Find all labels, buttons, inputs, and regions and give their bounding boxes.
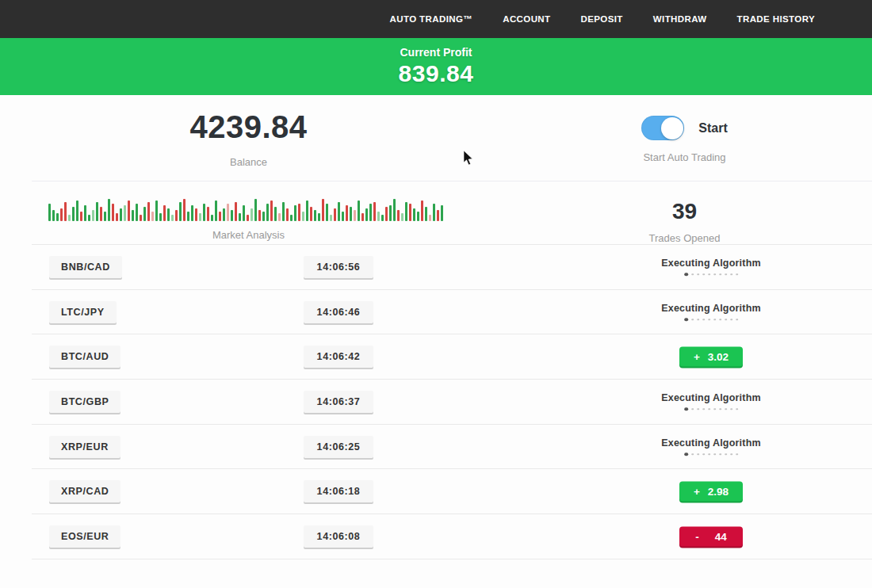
market-bar (88, 215, 90, 221)
progress-dot (725, 319, 727, 321)
market-bar (243, 205, 245, 221)
market-bar (298, 204, 300, 221)
trade-row: XRP/EUR14:06:25Executing Algorithm (32, 425, 872, 470)
pair-badge[interactable]: XRP/CAD (49, 480, 120, 502)
market-bar (211, 215, 213, 221)
market-bar (128, 200, 130, 221)
progress-dot (730, 273, 732, 276)
market-bar (274, 207, 277, 221)
auto-trading-toggle[interactable] (641, 116, 684, 140)
progress-dot (736, 408, 738, 410)
market-bar (417, 212, 419, 221)
market-bar (377, 212, 380, 221)
market-bar (266, 204, 269, 221)
trade-status: Executing Algorithm (661, 392, 761, 411)
progress-dot (702, 319, 705, 321)
pair-badge[interactable]: BTC/AUD (49, 346, 120, 368)
nav-item-withdraw[interactable]: WITHDRAW (653, 14, 707, 24)
trade-row: BTC/GBP14:06:37Executing Algorithm (32, 380, 872, 425)
nav-item-trade-history[interactable]: TRADE HISTORY (737, 14, 816, 24)
market-bar (258, 210, 261, 221)
progress-dot (713, 408, 716, 410)
market-bar (171, 215, 174, 221)
progress-dot (719, 408, 721, 410)
pair-badge[interactable]: BNB/CAD (49, 256, 122, 278)
executing-label: Executing Algorithm (661, 258, 761, 269)
trade-status: +2.98 (679, 482, 743, 502)
nav-item-deposit[interactable]: DEPOSIT (581, 14, 623, 24)
market-bar (346, 205, 348, 221)
market-bar (421, 200, 423, 221)
trade-status: Executing Algorithm (661, 258, 761, 277)
trade-status: +3.02 (679, 347, 743, 367)
progress-dots (684, 318, 738, 322)
market-bar (358, 200, 360, 221)
market-bar (147, 202, 150, 221)
market-bar (270, 200, 273, 221)
trade-status: -44 (679, 526, 743, 546)
market-bar (334, 208, 336, 221)
market-bar (163, 205, 166, 221)
progress-dot (725, 408, 727, 410)
trade-time: 14:06:25 (304, 436, 373, 458)
result-value: 2.98 (708, 486, 729, 498)
market-bar (199, 213, 201, 221)
market-bar (354, 210, 356, 221)
market-bar (369, 204, 372, 221)
result-sign: - (695, 530, 699, 542)
market-analysis-chart (48, 197, 449, 221)
progress-dot (684, 318, 688, 322)
progress-dot (725, 273, 727, 276)
market-bar (290, 215, 293, 221)
market-bar (76, 200, 78, 221)
market-section: Market Analysis 39 Trades Opened (0, 181, 872, 244)
market-bar (361, 213, 364, 221)
nav-item-auto-trading[interactable]: AUTO TRADING™ (390, 14, 473, 24)
progress-dot (697, 408, 699, 410)
progress-dot (697, 453, 699, 456)
nav-item-account[interactable]: ACCOUNT (503, 14, 550, 24)
pair-badge[interactable]: XRP/EUR (49, 436, 120, 458)
result-sign: + (694, 486, 700, 498)
market-bar (286, 208, 289, 221)
market-bar (108, 199, 110, 221)
toggle-knob (661, 117, 683, 139)
trade-result-badge: +3.02 (679, 347, 743, 367)
pair-badge[interactable]: EOS/EUR (49, 525, 120, 548)
market-bar (187, 212, 189, 221)
market-bar (326, 204, 328, 221)
market-bar (437, 210, 439, 221)
market-bar (203, 204, 205, 221)
market-bar (112, 204, 114, 221)
market-bar (48, 204, 51, 221)
market-analysis-caption: Market Analysis (212, 229, 285, 241)
market-bar (84, 205, 86, 221)
market-bar (413, 208, 415, 221)
summary-section: 4239.84 Balance Start Start Auto Trading (0, 95, 872, 168)
result-value: 3.02 (708, 351, 729, 363)
market-bar (100, 207, 102, 221)
progress-dot (736, 319, 738, 321)
pair-badge[interactable]: LTC/JPY (49, 301, 117, 323)
market-bar (306, 200, 308, 221)
progress-dot (736, 273, 738, 276)
progress-dots (684, 407, 738, 411)
progress-dot (719, 453, 721, 456)
market-bar (365, 208, 368, 221)
market-bar (318, 213, 320, 221)
market-bar (322, 199, 324, 221)
auto-trading-caption: Start Auto Trading (643, 151, 725, 163)
balance-value: 4239.84 (189, 109, 307, 145)
market-bar (401, 213, 403, 221)
market-bar (175, 210, 178, 221)
trade-time: 14:06:56 (304, 256, 373, 278)
progress-dot (691, 453, 694, 456)
progress-dot (725, 453, 727, 456)
trade-row: EOS/EUR14:06:08-44 (32, 514, 872, 559)
pair-badge[interactable]: BTC/GBP (49, 391, 120, 413)
progress-dot (702, 453, 705, 456)
market-bar (195, 208, 197, 221)
market-bar (96, 202, 98, 221)
trade-time: 14:06:46 (304, 301, 373, 323)
progress-dot (708, 408, 710, 410)
